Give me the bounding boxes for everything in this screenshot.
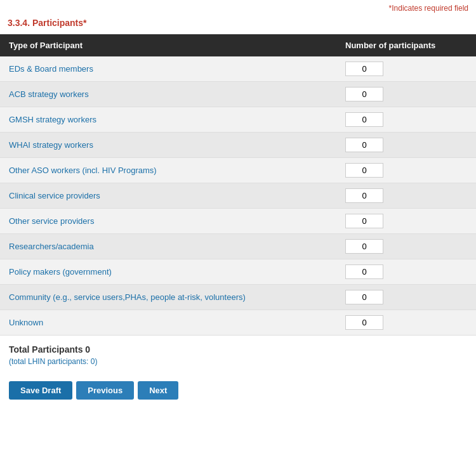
required-notice: *Indicates required field: [0, 0, 476, 15]
table-row: Other ASO workers (incl. HIV Programs): [0, 158, 476, 183]
table-row: WHAI strategy workers: [0, 133, 476, 158]
participant-count-input[interactable]: [345, 214, 383, 228]
participant-count-input[interactable]: [345, 138, 383, 152]
participant-type-label: EDs & Board members: [0, 56, 336, 82]
participant-count-input[interactable]: [345, 163, 383, 178]
participant-count-cell: [336, 234, 476, 259]
participant-count-cell: [336, 56, 476, 82]
participant-type-label: Policy makers (government): [0, 259, 336, 285]
table-row: Clinical service providers: [0, 183, 476, 209]
participant-count-cell: [336, 310, 476, 336]
participant-count-input[interactable]: [345, 315, 383, 330]
participant-type-label: ACB strategy workers: [0, 82, 336, 107]
table-row: Unknown: [0, 310, 476, 336]
participant-type-label: Clinical service providers: [0, 183, 336, 209]
participant-type-label: Community (e.g., service users,PHAs, peo…: [0, 285, 336, 310]
participant-count-cell: [336, 209, 476, 234]
col-header-number: Number of participants: [336, 34, 476, 56]
participant-count-input[interactable]: [345, 188, 383, 203]
buttons-section: Save Draft Previous Next: [0, 368, 476, 408]
table-row: EDs & Board members: [0, 56, 476, 82]
total-participants: Total Participants 0: [9, 344, 467, 355]
participant-count-cell: [336, 285, 476, 310]
table-row: Policy makers (government): [0, 259, 476, 285]
participant-type-label: GMSH strategy workers: [0, 107, 336, 133]
participant-count-cell: [336, 259, 476, 285]
table-row: Community (e.g., service users,PHAs, peo…: [0, 285, 476, 310]
participant-count-input[interactable]: [345, 87, 383, 101]
participant-count-cell: [336, 133, 476, 158]
participants-table: Type of Participant Number of participan…: [0, 34, 476, 336]
next-button[interactable]: Next: [138, 381, 178, 400]
participant-count-cell: [336, 158, 476, 183]
participant-count-input[interactable]: [345, 290, 383, 304]
participant-type-label: Other service providers: [0, 209, 336, 234]
participant-type-label: Other ASO workers (incl. HIV Programs): [0, 158, 336, 183]
participant-type-label: Unknown: [0, 310, 336, 336]
participant-count-cell: [336, 107, 476, 133]
section-title: 3.3.4. Participants*: [0, 15, 476, 34]
participant-count-cell: [336, 183, 476, 209]
previous-button[interactable]: Previous: [76, 381, 134, 400]
table-row: Researchers/academia: [0, 234, 476, 259]
totals-section: Total Participants 0 (total LHIN partici…: [0, 336, 476, 368]
participant-type-label: WHAI strategy workers: [0, 133, 336, 158]
participant-count-input[interactable]: [345, 239, 383, 254]
table-row: Other service providers: [0, 209, 476, 234]
participant-type-label: Researchers/academia: [0, 234, 336, 259]
participant-count-input[interactable]: [345, 112, 383, 127]
participant-count-cell: [336, 82, 476, 107]
participant-count-input[interactable]: [345, 62, 383, 76]
total-lhin: (total LHIN participants: 0): [9, 357, 467, 366]
required-asterisk: *: [83, 18, 86, 28]
save-draft-button[interactable]: Save Draft: [9, 381, 72, 400]
col-header-type: Type of Participant: [0, 34, 336, 56]
participant-count-input[interactable]: [345, 264, 383, 279]
table-row: ACB strategy workers: [0, 82, 476, 107]
table-row: GMSH strategy workers: [0, 107, 476, 133]
